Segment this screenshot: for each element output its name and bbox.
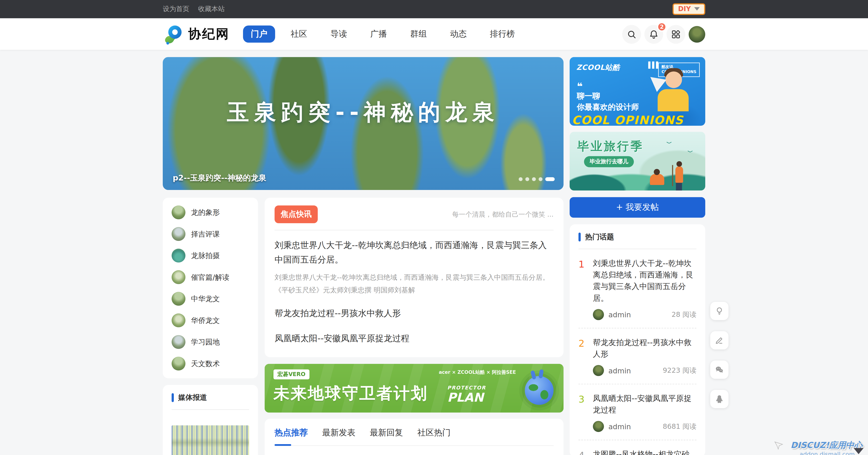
forum-thumbnail (172, 270, 185, 284)
ad-plan-line2: PLAN (447, 391, 486, 403)
nav-item-feed[interactable]: 动态 (442, 26, 474, 43)
sidebar-item-forum[interactable]: 择吉评课 (163, 223, 258, 245)
sidebar-item-forum[interactable]: 龙的象形 (163, 202, 258, 223)
hot-topic-item[interactable]: 2 帮龙友拍龙过程--男孩水中救人形 admin 9223 阅读 (579, 328, 696, 384)
focus-headline-1[interactable]: 刘秉忠世界八大干龙--乾坤坎离总归绝域，而西通瀚海，艮震与巽三条入中国而五岳分居… (275, 239, 554, 267)
topic-title[interactable]: 帮龙友拍龙过程--男孩水中救人形 (593, 337, 696, 360)
user-avatar[interactable] (689, 26, 705, 42)
forum-label: 龙的象形 (191, 207, 220, 217)
search-button[interactable] (622, 25, 641, 43)
watermark-domain: addon.dismall.com (774, 451, 855, 455)
hot-topics-title: 热门话题 (585, 232, 614, 242)
write-post-button[interactable] (710, 331, 728, 350)
carousel-dot[interactable] (539, 177, 542, 181)
top-utility-bar: 设为首页 收藏本站 DIY (0, 0, 868, 18)
nav-item-guide[interactable]: 导读 (323, 26, 355, 43)
ad-brand-tag: 宏碁VERO (274, 369, 309, 379)
section-accent-bar (172, 393, 174, 402)
topic-author[interactable]: admin (608, 310, 631, 319)
topic-read-count: 9223 阅读 (663, 366, 696, 375)
post-list-item[interactable]: 刘秉忠世界八大干龙--乾坤坎离总归绝域，而 admin 发表于 2025-10-… (275, 446, 554, 455)
ad-plan-text: PROTECTOR PLAN (447, 385, 486, 403)
sidebar-item-forum[interactable]: 龙脉拍摄 (163, 245, 258, 266)
ad-partner-logos: acer × ZCOOL站酷 × 阿拉善SEE (439, 369, 516, 375)
character-head (665, 71, 682, 88)
forum-thumbnail (172, 313, 185, 327)
set-home-link[interactable]: 设为首页 (163, 4, 189, 14)
focus-news-badge[interactable]: 焦点快讯 (275, 206, 318, 223)
topic-rank: 2 (579, 337, 587, 376)
sidebar-item-forum[interactable]: 华侨龙文 (163, 310, 258, 331)
focus-headline-2[interactable]: 帮龙友拍龙过程--男孩水中救人形 (275, 307, 554, 321)
topic-read-count: 28 阅读 (672, 310, 696, 319)
notifications-button[interactable]: 2 (645, 25, 663, 43)
topic-title[interactable]: 刘秉忠世界八大干龙--乾坤坎离总归绝域，而西通瀚海，艮震与巽三条入中国而五岳分居… (593, 257, 696, 304)
ad-banner-graduation-trip[interactable]: 毕业旅行季 毕业旅行去哪儿 ﹀ ﹀ (569, 132, 705, 191)
topic-title[interactable]: 凤凰晒太阳--安徽凤凰平原捉龙过程 (593, 393, 696, 416)
hot-topic-item[interactable]: 1 刘秉忠世界八大干龙--乾坤坎离总归绝域，而西通瀚海，艮震与巽三条入中国而五岳… (579, 249, 696, 328)
wechat-icon (715, 365, 724, 374)
topic-read-count: 8681 阅读 (663, 422, 696, 431)
nav-item-ranking[interactable]: 排行榜 (482, 26, 523, 43)
ad-banner-earth-protector[interactable]: 宏碁VERO acer × ZCOOL站酷 × 阿拉善SEE 未来地球守卫者计划… (265, 364, 563, 413)
topic-author-avatar[interactable] (593, 309, 604, 320)
corner-triangle (854, 448, 864, 454)
topic-author[interactable]: admin (608, 422, 631, 431)
hot-topic-item[interactable]: 4 龙图腾--风水格物--相龙穴砂水--及贵器必需技能 admin 8434 阅… (579, 440, 696, 455)
nav-item-broadcast[interactable]: 广播 (363, 26, 395, 43)
qq-icon (715, 394, 724, 404)
carousel-dot-active[interactable] (545, 177, 555, 181)
nav-item-portal[interactable]: 门户 (243, 26, 275, 43)
standing-hiker-head (677, 161, 682, 167)
character-body (657, 89, 688, 111)
qq-contact-button[interactable] (710, 390, 728, 408)
bookmark-link[interactable]: 收藏本站 (198, 4, 225, 14)
logo-swirl-icon (163, 23, 185, 45)
site-header: 协纪网 门户 社区 导读 广播 群组 动态 排行榜 (0, 18, 868, 50)
new-post-button[interactable]: + 我要发帖 (569, 197, 705, 218)
site-name: 协纪网 (188, 26, 230, 43)
divider (172, 409, 249, 410)
ad-banner-zcool[interactable]: ZCOOL站酷 酷友说 COOL OPINIONS ❝ 聊一聊 你最喜欢的设计师 (569, 57, 705, 126)
sidebar-item-forum[interactable]: 中华龙文 (163, 288, 258, 310)
carousel-dot[interactable] (532, 177, 536, 181)
topic-title[interactable]: 龙图腾--风水格物--相龙穴砂水--及贵器必需技能 (593, 449, 696, 455)
ad-plan-line1: PROTECTOR (447, 385, 486, 390)
tab-community-hot[interactable]: 社区热门 (417, 427, 451, 445)
sidebar-item-forum[interactable]: 学习园地 (163, 331, 258, 353)
banner1-big-text: COOL OPINIONS (572, 114, 684, 126)
carousel-caption[interactable]: p2--玉泉趵突--神秘的龙泉 (173, 174, 266, 183)
main-nav: 门户 社区 导读 广播 群组 动态 排行榜 (243, 26, 523, 43)
search-icon (627, 29, 637, 39)
apps-button[interactable] (666, 25, 685, 43)
topic-author-avatar[interactable] (593, 365, 604, 376)
standing-hiker (675, 166, 683, 183)
sidebar-item-forum[interactable]: 天文数术 (163, 353, 258, 374)
carousel-dot[interactable] (525, 177, 529, 181)
post-list-tabs: 热点推荐 最新发表 最新回复 社区热门 (275, 418, 554, 446)
carousel-dot[interactable] (519, 177, 523, 181)
topic-author-avatar[interactable] (593, 421, 604, 432)
exclamation-marks (648, 62, 658, 69)
nav-item-groups[interactable]: 群组 (402, 26, 434, 43)
nav-item-community[interactable]: 社区 (283, 26, 315, 43)
focus-news-card: 焦点快讯 每一个清晨，都给自己一个微笑 ... 刘秉忠世界八大干龙--乾坤坎离总… (265, 198, 563, 357)
media-report-image[interactable] (172, 425, 249, 455)
carousel-headline: 玉泉趵突--神秘的龙泉 (163, 97, 563, 127)
forum-label: 天文数术 (191, 359, 220, 369)
sitting-hiker-head (654, 169, 660, 175)
site-logo[interactable]: 协纪网 (163, 23, 230, 45)
tab-latest-posts[interactable]: 最新发表 (322, 427, 355, 445)
hot-topic-item[interactable]: 3 凤凰晒太阳--安徽凤凰平原捉龙过程 admin 8681 阅读 (579, 385, 696, 440)
wechat-share-button[interactable] (710, 361, 728, 379)
hero-carousel[interactable]: 玉泉趵突--神秘的龙泉 p2--玉泉趵突--神秘的龙泉 (163, 57, 563, 190)
media-report-card: 媒体报道 (163, 385, 258, 455)
tips-button[interactable] (710, 302, 728, 320)
sidebar-item-forum[interactable]: 催官篇/解读 (163, 266, 258, 288)
diy-dropdown-button[interactable]: DIY (673, 3, 705, 15)
topic-author[interactable]: admin (608, 366, 631, 375)
tab-hot-recommend[interactable]: 热点推荐 (275, 427, 308, 445)
tab-latest-replies[interactable]: 最新回复 (370, 427, 403, 445)
earth-illustration (525, 376, 554, 404)
focus-headline-3[interactable]: 凤凰晒太阳--安徽凤凰平原捉龙过程 (275, 332, 554, 346)
